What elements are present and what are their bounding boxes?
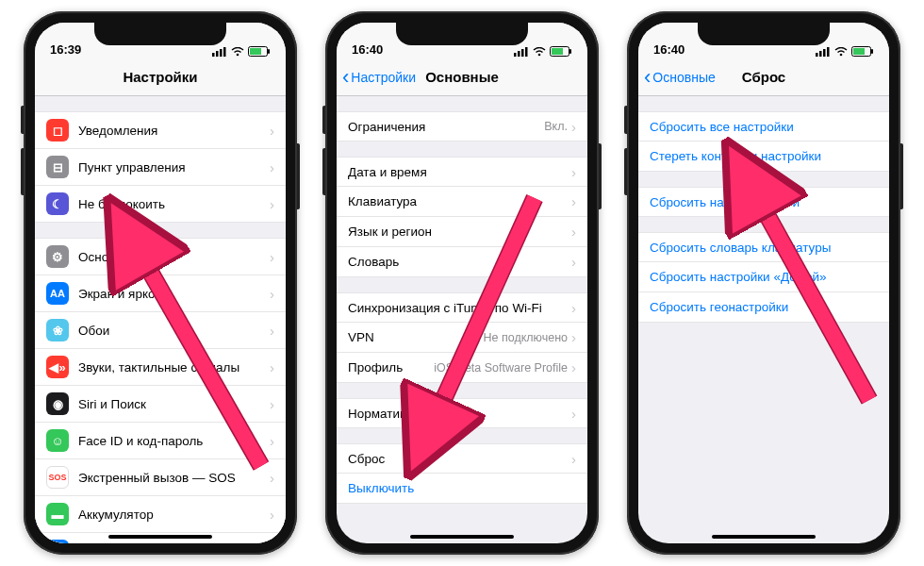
svg-rect-0 <box>212 53 215 57</box>
display-icon: AA <box>46 282 69 305</box>
svg-point-4 <box>237 53 239 56</box>
chevron-right-icon: › <box>270 250 274 264</box>
svg-rect-11 <box>518 51 520 57</box>
signal-icon <box>514 47 529 57</box>
settings-row[interactable]: Сбросить все настройки <box>638 111 889 142</box>
nav-title: Настройки <box>123 69 197 85</box>
settings-list[interactable]: ОграниченияВкл.›Дата и время›Клавиатура›… <box>337 96 587 504</box>
row-value: Вкл. <box>544 120 568 133</box>
row-label: Стереть контент и настройки <box>650 149 878 163</box>
settings-row[interactable]: ◀︎»Звуки, тактильные сигналы› <box>35 349 286 386</box>
row-label: Профиль <box>348 360 434 375</box>
phone-frame: 16:40‹ОсновныеСбросСбросить все настройк… <box>627 11 900 555</box>
row-label: Уведомления <box>78 124 270 138</box>
settings-row[interactable]: ❀Обои› <box>35 312 286 349</box>
settings-row[interactable]: Дата и время› <box>337 157 587 187</box>
chevron-left-icon: ‹ <box>644 71 651 83</box>
settings-row[interactable]: SOSЭкстренный вызов — SOS› <box>35 459 286 496</box>
settings-row[interactable]: Сброс› <box>337 443 587 474</box>
settings-row[interactable]: ОграниченияВкл.› <box>337 111 587 142</box>
chevron-right-icon: › <box>571 165 576 179</box>
chevron-left-icon: ‹ <box>342 71 349 83</box>
svg-point-24 <box>840 53 843 56</box>
svg-rect-23 <box>827 47 830 57</box>
settings-row[interactable]: Сбросить словарь клавиатуры <box>638 232 889 262</box>
row-label: Клавиатура <box>348 194 571 208</box>
home-indicator <box>108 535 212 539</box>
settings-row[interactable]: Сбросить геонастройки <box>638 292 889 323</box>
settings-row[interactable]: Сбросить настройки «Домой» <box>638 262 889 292</box>
home-indicator <box>712 535 816 539</box>
chevron-right-icon: › <box>270 197 274 211</box>
section-gap <box>638 172 889 187</box>
signal-icon <box>212 47 227 57</box>
svg-rect-22 <box>823 49 826 57</box>
chevron-right-icon: › <box>270 397 274 411</box>
settings-row[interactable]: Стереть контент и настройки <box>638 142 889 172</box>
chevron-right-icon: › <box>571 255 576 269</box>
section-gap <box>35 223 286 238</box>
settings-row[interactable]: ☺︎Face ID и код-пароль› <box>35 423 286 459</box>
wifi-icon <box>834 47 848 57</box>
svg-rect-13 <box>525 47 528 57</box>
settings-row[interactable]: Сбросить настройки сети <box>638 187 889 217</box>
control-icon: ⊟ <box>46 156 69 178</box>
svg-rect-12 <box>521 49 524 57</box>
settings-row[interactable]: ⊟Пункт управления› <box>35 149 286 186</box>
settings-list[interactable]: Сбросить все настройкиСтереть контент и … <box>638 96 889 323</box>
row-label: Пункт управления <box>78 160 270 175</box>
row-label: Экран и яркость <box>78 287 270 301</box>
settings-row[interactable]: Язык и регион› <box>337 217 587 247</box>
settings-row[interactable]: Словарь› <box>337 247 587 277</box>
chevron-right-icon: › <box>571 407 576 421</box>
settings-row[interactable]: ◉Siri и Поиск› <box>35 386 286 423</box>
row-value: Не подключено <box>483 331 568 344</box>
wifi-icon <box>533 47 546 57</box>
section-gap <box>638 217 889 232</box>
row-label: Основные <box>78 250 270 264</box>
chevron-right-icon: › <box>270 434 274 448</box>
notch <box>396 23 528 45</box>
siri-icon: ◉ <box>46 392 69 415</box>
home-indicator <box>410 535 514 539</box>
phone-frame: 16:39Настройки◻︎Уведомления›⊟Пункт управ… <box>24 11 297 555</box>
row-label: Обои <box>78 324 270 338</box>
row-label: Ограничения <box>348 120 544 134</box>
nav-back-label: Основные <box>652 70 715 85</box>
row-label: Сбросить словарь клавиатуры <box>650 241 878 255</box>
svg-point-14 <box>538 53 541 56</box>
row-label: Сброс <box>348 452 571 466</box>
settings-row[interactable]: Синхронизация с iTunes по Wi-Fi› <box>337 292 587 323</box>
phone-frame: 16:40‹НастройкиОсновныеОграниченияВкл.›Д… <box>325 11 599 555</box>
svg-rect-26 <box>853 48 865 55</box>
sounds-icon: ◀︎» <box>46 356 69 378</box>
chevron-right-icon: › <box>270 471 274 485</box>
wallpaper-icon: ❀ <box>46 319 69 341</box>
section-gap <box>337 142 587 157</box>
settings-row[interactable]: AAЭкран и яркость› <box>35 275 286 312</box>
settings-row[interactable]: ☾Не беспокоить› <box>35 186 286 223</box>
settings-row[interactable]: ▬Аккумулятор› <box>35 496 286 533</box>
chevron-right-icon: › <box>270 287 274 301</box>
settings-row[interactable]: Выключить <box>337 474 587 504</box>
row-label: Дата и время <box>348 165 571 179</box>
settings-row[interactable]: VPNНе подключено› <box>337 323 587 353</box>
section-gap <box>337 96 587 111</box>
row-label: Siri и Поиск <box>78 397 270 411</box>
nav-back-button[interactable]: ‹Настройки <box>342 70 416 85</box>
status-time: 16:39 <box>50 42 81 57</box>
settings-row[interactable]: Клавиатура› <box>337 187 587 217</box>
settings-row[interactable]: Нормативная…› <box>337 398 587 428</box>
row-label: Выключить <box>348 481 576 495</box>
settings-row[interactable]: ◻︎Уведомления› <box>35 111 286 149</box>
nav-back-label: Настройки <box>351 70 416 85</box>
row-label: Сбросить все настройки <box>650 120 878 134</box>
nav-back-button[interactable]: ‹Основные <box>644 70 716 85</box>
settings-row[interactable]: ПрофильiOS Beta Software Profile› <box>337 353 587 383</box>
nav-title: Сброс <box>742 69 785 85</box>
chevron-right-icon: › <box>571 194 576 208</box>
phone-screen: 16:39Настройки◻︎Уведомления›⊟Пункт управ… <box>35 23 286 543</box>
settings-row[interactable]: ⚙︎Основные› <box>35 238 286 275</box>
sos-icon: SOS <box>46 466 69 489</box>
settings-list[interactable]: ◻︎Уведомления›⊟Пункт управления›☾Не бесп… <box>35 96 286 543</box>
